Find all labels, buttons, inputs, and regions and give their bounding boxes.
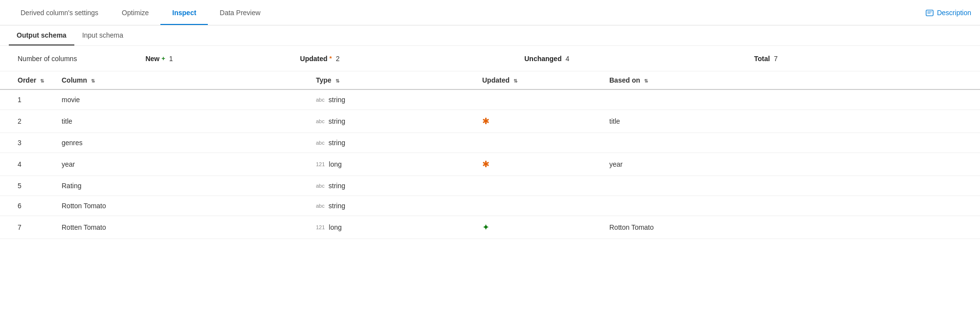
top-tab-bar: Derived column's settings Optimize Inspe…: [0, 0, 980, 25]
schema-tab-input[interactable]: Input schema: [74, 25, 131, 45]
cell-updated: [465, 176, 592, 196]
cell-column: genres: [44, 133, 298, 153]
cell-order: 1: [0, 89, 44, 110]
type-prefix-icon: abc: [316, 203, 325, 209]
cell-column: movie: [44, 89, 298, 110]
cell-based-on: [592, 196, 980, 216]
cell-order: 5: [0, 176, 44, 196]
cell-column: Rotten Tomato: [44, 216, 298, 239]
table-header-row: Order ⇅ Column ⇅ Type ⇅ Updated ⇅ Based …: [0, 71, 980, 89]
sort-icon-based-on: ⇅: [644, 78, 648, 84]
cell-based-on: title: [592, 110, 980, 133]
schema-table: Order ⇅ Column ⇅ Type ⇅ Updated ⇅ Based …: [0, 71, 980, 239]
data-table-container: Order ⇅ Column ⇅ Type ⇅ Updated ⇅ Based …: [0, 71, 980, 303]
description-button[interactable]: Description: [925, 8, 971, 17]
cell-column: Rotton Tomato: [44, 196, 298, 216]
cell-order: 7: [0, 216, 44, 239]
updated-count: Updated* 2: [300, 55, 340, 63]
type-prefix-icon: abc: [316, 140, 325, 146]
cell-based-on: Rotton Tomato: [592, 216, 980, 239]
cell-updated: ✦: [465, 216, 592, 239]
cell-type: 121long: [298, 153, 465, 176]
cell-type: abcstring: [298, 176, 465, 196]
cell-type: abcstring: [298, 133, 465, 153]
sort-icon-order: ⇅: [40, 78, 44, 84]
schema-tab-bar: Output schema Input schema: [0, 25, 980, 46]
cell-updated: [465, 133, 592, 153]
table-row: 2titleabcstring✱title: [0, 110, 980, 133]
table-row: 1movieabcstring: [0, 89, 980, 110]
type-value: string: [329, 117, 345, 125]
summary-bar: Number of columns New+ 1 Updated* 2 Unch…: [0, 46, 980, 71]
new-count: New+ 1: [145, 55, 173, 63]
type-value: string: [329, 96, 345, 104]
cell-based-on: year: [592, 153, 980, 176]
header-order[interactable]: Order ⇅: [0, 71, 44, 89]
table-row: 3genresabcstring: [0, 133, 980, 153]
tab-derived-settings[interactable]: Derived column's settings: [9, 0, 110, 25]
cell-updated: ✱: [465, 153, 592, 176]
cell-type: abcstring: [298, 196, 465, 216]
type-value: string: [329, 182, 345, 190]
header-type[interactable]: Type ⇅: [298, 71, 465, 89]
cell-order: 2: [0, 110, 44, 133]
cell-column: year: [44, 153, 298, 176]
cell-type: abcstring: [298, 89, 465, 110]
table-row: 7Rotten Tomato121long✦Rotton Tomato: [0, 216, 980, 239]
tab-optimize[interactable]: Optimize: [110, 0, 160, 25]
tab-data-preview[interactable]: Data Preview: [208, 0, 272, 25]
cell-updated: [465, 89, 592, 110]
cell-updated: [465, 196, 592, 216]
cell-based-on: [592, 89, 980, 110]
type-value: long: [329, 160, 341, 168]
updated-star-orange-icon: ✱: [482, 116, 490, 126]
sort-icon-column: ⇅: [91, 78, 95, 84]
schema-tab-output[interactable]: Output schema: [9, 25, 74, 45]
description-icon: [925, 8, 934, 17]
updated-star-orange-icon: ✱: [482, 159, 490, 169]
cell-based-on: [592, 133, 980, 153]
table-row: 4year121long✱year: [0, 153, 980, 176]
cell-type: abcstring: [298, 110, 465, 133]
table-row: 5Ratingabcstring: [0, 176, 980, 196]
unchanged-count: Unchanged 4: [524, 55, 569, 63]
columns-label: Number of columns: [18, 55, 77, 63]
type-prefix-icon: abc: [316, 183, 325, 189]
cell-order: 3: [0, 133, 44, 153]
header-updated[interactable]: Updated ⇅: [465, 71, 592, 89]
type-value: string: [329, 139, 345, 147]
cell-based-on: [592, 176, 980, 196]
cell-order: 4: [0, 153, 44, 176]
table-row: 6Rotton Tomatoabcstring: [0, 196, 980, 216]
header-based-on[interactable]: Based on ⇅: [592, 71, 980, 89]
type-value: string: [329, 202, 345, 210]
updated-star-green-icon: ✦: [482, 222, 490, 232]
cell-updated: ✱: [465, 110, 592, 133]
cell-order: 6: [0, 196, 44, 216]
type-prefix-icon: abc: [316, 97, 325, 103]
type-prefix-icon: 121: [316, 161, 325, 167]
cell-type: 121long: [298, 216, 465, 239]
cell-column: Rating: [44, 176, 298, 196]
cell-column: title: [44, 110, 298, 133]
header-column[interactable]: Column ⇅: [44, 71, 298, 89]
type-prefix-icon: 121: [316, 224, 325, 230]
total-count: Total 7: [754, 55, 778, 63]
type-value: long: [329, 223, 341, 231]
type-prefix-icon: abc: [316, 118, 325, 124]
sort-icon-type: ⇅: [335, 78, 339, 84]
tab-inspect[interactable]: Inspect: [160, 0, 208, 25]
sort-icon-updated: ⇅: [513, 78, 517, 84]
